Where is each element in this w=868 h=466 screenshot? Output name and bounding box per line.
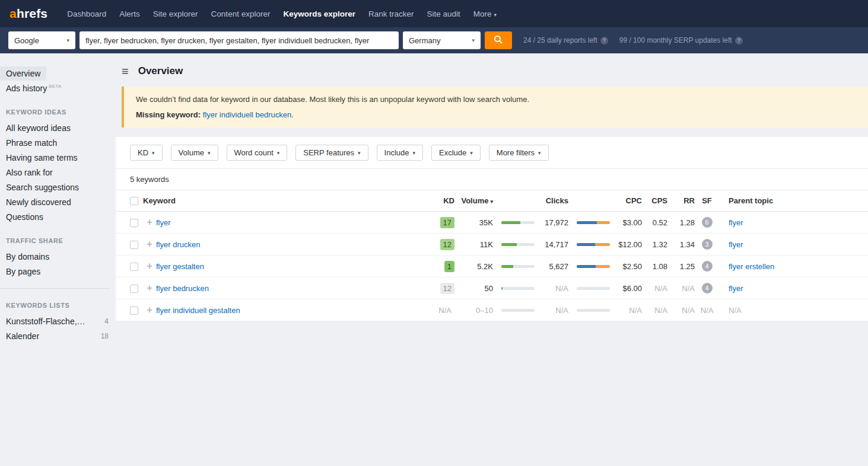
- add-to-list-icon[interactable]: +: [143, 283, 156, 293]
- list-count: 18: [101, 332, 109, 340]
- column-header-cps[interactable]: CPS: [642, 196, 667, 205]
- kd-badge: 17: [440, 217, 454, 228]
- nav-item-rank-tracker[interactable]: Rank tracker: [362, 9, 421, 18]
- sidebar-item-having-same-terms[interactable]: Having same terms: [0, 151, 116, 165]
- row-checkbox[interactable]: [130, 219, 138, 227]
- clicks-value: N/A: [555, 306, 568, 315]
- chevron-down-icon: ▾: [152, 150, 155, 156]
- row-checkbox[interactable]: [130, 307, 138, 315]
- rr-value: N/A: [682, 284, 695, 293]
- cps-value: 0.52: [653, 218, 667, 227]
- add-to-list-icon[interactable]: +: [143, 240, 156, 249]
- select-all-checkbox[interactable]: [130, 197, 138, 205]
- search-engine-select[interactable]: Google ▾: [8, 31, 75, 49]
- sidebar-item-ads-history[interactable]: Ads historyBETA: [0, 81, 116, 95]
- clicks-bar: [577, 243, 610, 246]
- chevron-down-icon: ▾: [494, 12, 497, 18]
- column-header-kd[interactable]: KD: [417, 196, 454, 205]
- row-checkbox[interactable]: [130, 263, 138, 271]
- sidebar-item-newly-discovered[interactable]: Newly discovered: [0, 195, 116, 209]
- sidebar-toggle-icon[interactable]: ≡: [122, 65, 129, 77]
- parent-topic-link[interactable]: flyer: [729, 284, 743, 293]
- column-header-parent-topic[interactable]: Parent topic: [719, 196, 868, 205]
- keyword-link[interactable]: flyer: [156, 218, 171, 227]
- nav-item-more[interactable]: More▾: [467, 9, 503, 18]
- nav-item-site-audit[interactable]: Site audit: [421, 9, 467, 18]
- sidebar-item-search-suggestions[interactable]: Search suggestions: [0, 180, 116, 194]
- sidebar-item-questions[interactable]: Questions: [0, 210, 116, 224]
- cps-value: 1.32: [653, 240, 667, 249]
- nav-item-content-explorer[interactable]: Content explorer: [205, 9, 277, 18]
- keyword-search-bar: Google ▾ Germany ▾ 24 / 25 daily reports…: [0, 27, 868, 53]
- filter-include-button[interactable]: Include▾: [377, 145, 423, 161]
- serp-features-badge: 4: [702, 261, 713, 272]
- nav-item-site-explorer[interactable]: Site explorer: [147, 9, 205, 18]
- missing-keyword-link[interactable]: flyer individuell bedrucken: [203, 110, 292, 119]
- volume-bar: [501, 221, 535, 224]
- add-to-list-icon[interactable]: +: [143, 218, 156, 227]
- parent-topic-link[interactable]: flyer erstellen: [729, 262, 774, 271]
- main-panel: ≡ Overview We couldn’t find data for key…: [116, 53, 868, 466]
- sidebar-item-by-pages[interactable]: By pages: [0, 264, 116, 279]
- column-header-rr[interactable]: RR: [667, 196, 695, 205]
- filter-exclude-button[interactable]: Exclude▾: [431, 145, 481, 161]
- column-header-volume[interactable]: Volume▾: [454, 196, 493, 205]
- cpc-value: $2.50: [622, 262, 642, 271]
- nav-item-dashboard[interactable]: Dashboard: [61, 9, 113, 18]
- filter-word-count-button[interactable]: Word count▾: [227, 145, 288, 161]
- clicks-bar: [577, 309, 610, 312]
- sidebar-section-keyword-ideas: KEYWORD IDEAS: [6, 108, 116, 116]
- search-button[interactable]: [485, 31, 512, 49]
- filter-more-filters-button[interactable]: More filters▾: [489, 145, 549, 161]
- clicks-bar: [577, 265, 610, 268]
- chevron-down-icon: ▾: [413, 150, 416, 156]
- sidebar-item-also-rank-for[interactable]: Also rank for: [0, 165, 116, 180]
- column-header-keyword[interactable]: Keyword: [143, 196, 417, 205]
- column-header-sf[interactable]: SF: [695, 196, 719, 205]
- keyword-link[interactable]: flyer gestalten: [156, 262, 204, 271]
- clicks-value: 14,717: [545, 240, 568, 249]
- add-to-list-icon[interactable]: +: [143, 261, 156, 271]
- chevron-down-icon: ▾: [208, 150, 211, 156]
- info-icon[interactable]: ?: [735, 37, 743, 44]
- keyword-link[interactable]: flyer bedrucken: [156, 284, 209, 293]
- ahrefs-logo[interactable]: ahrefs: [9, 7, 47, 21]
- parent-topic-link[interactable]: flyer: [729, 240, 743, 249]
- country-value: Germany: [409, 36, 440, 45]
- row-checkbox[interactable]: [130, 285, 138, 293]
- row-checkbox[interactable]: [130, 241, 138, 249]
- nav-item-keywords-explorer[interactable]: Keywords explorer: [276, 9, 362, 18]
- clicks-bar: [577, 221, 610, 224]
- keyword-link[interactable]: flyer drucken: [156, 240, 200, 249]
- parent-topic-link[interactable]: flyer: [729, 218, 743, 227]
- sidebar-section-keywords-lists: KEYWORDS LISTS: [6, 302, 116, 309]
- sidebar-section-traffic-share: TRAFFIC SHARE: [6, 237, 116, 244]
- column-header-cpc[interactable]: CPC: [610, 196, 642, 205]
- sidebar-item-overview[interactable]: Overview: [0, 66, 46, 81]
- rr-value: 1.25: [680, 262, 695, 271]
- sidebar-item-list-kalender[interactable]: Kalender 18: [0, 329, 116, 343]
- keywords-input[interactable]: [80, 31, 399, 49]
- filter-kd-button[interactable]: KD▾: [130, 145, 163, 161]
- logo-rest: hrefs: [17, 7, 47, 20]
- content-area: Overview Ads historyBETA KEYWORD IDEAS A…: [0, 53, 868, 466]
- sidebar-item-list-kunststoff[interactable]: Kunststoff-Flasche,… 4: [0, 314, 116, 328]
- column-header-clicks[interactable]: Clicks: [538, 196, 568, 205]
- info-icon[interactable]: ?: [600, 37, 608, 44]
- serp-features-badge: N/A: [701, 306, 714, 315]
- nav-item-alerts[interactable]: Alerts: [113, 9, 147, 18]
- sidebar-item-phrase-match[interactable]: Phrase match: [0, 136, 116, 150]
- filter-serp-features-button[interactable]: SERP features▾: [295, 145, 368, 161]
- filter-volume-button[interactable]: Volume▾: [171, 145, 218, 161]
- clicks-value: 17,972: [545, 218, 568, 227]
- chevron-down-icon: ▾: [472, 37, 475, 43]
- keyword-link[interactable]: flyer individuell gestalten: [156, 306, 240, 315]
- cpc-value: $12.00: [618, 240, 642, 249]
- add-to-list-icon[interactable]: +: [143, 305, 156, 315]
- sidebar-item-by-domains[interactable]: By domains: [0, 250, 116, 264]
- cps-value: 1.08: [653, 262, 667, 271]
- country-select[interactable]: Germany ▾: [403, 31, 481, 49]
- page-title: Overview: [138, 65, 183, 77]
- sidebar-item-all-keyword-ideas[interactable]: All keyword ideas: [0, 121, 116, 135]
- rr-value: N/A: [682, 306, 695, 315]
